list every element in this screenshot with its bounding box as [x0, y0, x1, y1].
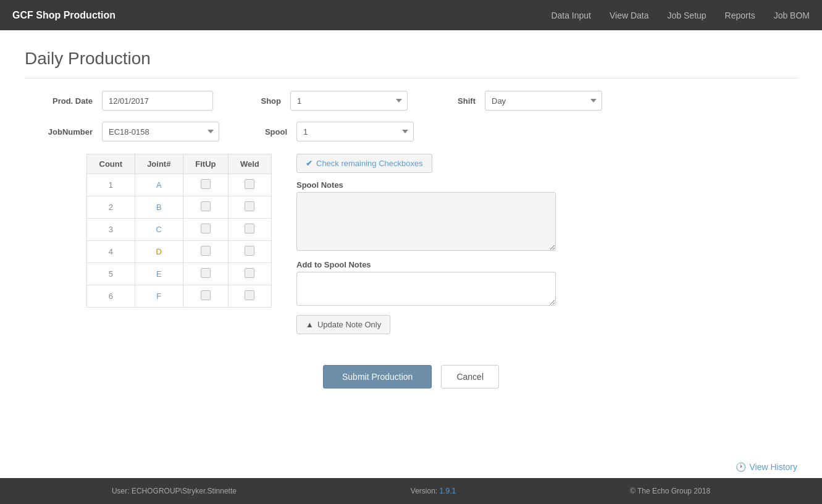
nav-job-setup[interactable]: Job Setup	[668, 10, 707, 20]
add-notes-group: Add to Spool Notes	[296, 260, 556, 308]
fitup-checkbox-3[interactable]	[201, 224, 211, 233]
form-row-2: JobNumber EC18-0158 Spool 1	[25, 122, 797, 141]
view-history-row: 🕐 View History	[0, 456, 822, 478]
bottom-buttons: Submit Production Cancel	[25, 365, 797, 388]
col-weld: Weld	[228, 154, 271, 174]
weld-checkbox-4[interactable]	[245, 246, 254, 256]
fitup-checkbox-1[interactable]	[201, 179, 211, 189]
joint-E: E	[135, 263, 183, 285]
joints-table-container: Count Joint# FitUp Weld 1 A 2	[86, 154, 272, 334]
table-row: 5 E	[87, 263, 272, 285]
fitup-5	[183, 263, 228, 285]
joint-A: A	[135, 174, 183, 196]
history-icon: 🕐	[736, 462, 746, 472]
table-row: 2 B	[87, 196, 272, 219]
spool-select[interactable]: 1	[296, 122, 414, 141]
weld-checkbox-3[interactable]	[245, 224, 254, 233]
spool-notes-group: Spool Notes	[296, 180, 556, 253]
fitup-4	[183, 241, 228, 263]
footer-copyright: © The Echo Group 2018	[630, 487, 710, 495]
count-5: 5	[87, 263, 135, 285]
app-header: GCF Shop Production Data Input View Data…	[0, 0, 822, 30]
update-note-button[interactable]: ▲ Update Note Only	[296, 315, 390, 334]
nav-job-bom[interactable]: Job BOM	[774, 10, 810, 20]
table-row: 3 C	[87, 219, 272, 241]
count-3: 3	[87, 219, 135, 241]
joints-table: Count Joint# FitUp Weld 1 A 2	[86, 154, 272, 308]
prod-date-label: Prod. Date	[25, 96, 93, 106]
check-remaining-button[interactable]: ✔ Check remaining Checkboxes	[296, 154, 432, 173]
footer-user: User: ECHOGROUP\Stryker.Stinnette	[112, 487, 237, 495]
job-number-select[interactable]: EC18-0158	[102, 122, 219, 141]
fitup-checkbox-6[interactable]	[201, 290, 211, 300]
fitup-checkbox-2[interactable]	[201, 201, 211, 211]
brand-label: GCF Shop Production	[12, 10, 115, 21]
weld-3	[228, 219, 271, 241]
weld-checkbox-2[interactable]	[245, 201, 254, 211]
prod-date-input[interactable]	[102, 91, 213, 111]
col-count: Count	[87, 154, 135, 174]
fitup-2	[183, 196, 228, 219]
version-number: 1.9.1	[440, 487, 456, 495]
form-row-1: Prod. Date Shop 1 Shift Day	[25, 91, 797, 111]
submit-production-button[interactable]: Submit Production	[323, 365, 432, 388]
fitup-1	[183, 174, 228, 196]
upload-arrow-icon: ▲	[306, 320, 314, 329]
update-note-label: Update Note Only	[317, 320, 381, 329]
main-nav: Data Input View Data Job Setup Reports J…	[551, 10, 810, 20]
nav-data-input[interactable]: Data Input	[551, 10, 591, 20]
shop-label: Shop	[250, 96, 281, 106]
shift-select[interactable]: Day	[485, 91, 602, 111]
count-6: 6	[87, 285, 135, 308]
table-row: 6 F	[87, 285, 272, 308]
add-notes-label: Add to Spool Notes	[296, 260, 556, 269]
check-remaining-label: Check remaining Checkboxes	[316, 159, 423, 168]
shop-select[interactable]: 1	[290, 91, 408, 111]
joint-B: B	[135, 196, 183, 219]
spool-notes-label: Spool Notes	[296, 180, 556, 190]
version-prefix-text: Version:	[411, 487, 440, 495]
shift-label: Shift	[445, 96, 476, 106]
add-notes-textarea[interactable]	[296, 272, 556, 306]
joint-D: D	[135, 241, 183, 263]
fitup-6	[183, 285, 228, 308]
table-row: 1 A	[87, 174, 272, 196]
count-2: 2	[87, 196, 135, 219]
col-fitup: FitUp	[183, 154, 228, 174]
cancel-button[interactable]: Cancel	[441, 365, 499, 388]
job-number-label: JobNumber	[25, 127, 93, 136]
joint-C: C	[135, 219, 183, 241]
checkmark-icon: ✔	[306, 159, 312, 168]
body-section: Count Joint# FitUp Weld 1 A 2	[86, 154, 797, 334]
table-row: 4 D	[87, 241, 272, 263]
right-panel: ✔ Check remaining Checkboxes Spool Notes…	[296, 154, 556, 334]
nav-view-data[interactable]: View Data	[610, 10, 649, 20]
joint-F: F	[135, 285, 183, 308]
fitup-3	[183, 219, 228, 241]
view-history-label: View History	[749, 462, 797, 472]
weld-2	[228, 196, 271, 219]
spool-label: Spool	[256, 127, 287, 136]
fitup-checkbox-5[interactable]	[201, 268, 211, 278]
main-content: Daily Production Prod. Date Shop 1 Shift…	[0, 30, 822, 456]
weld-6	[228, 285, 271, 308]
count-1: 1	[87, 174, 135, 196]
view-history-link[interactable]: 🕐 View History	[736, 462, 797, 472]
page-title: Daily Production	[25, 49, 797, 78]
col-joint: Joint#	[135, 154, 183, 174]
weld-checkbox-6[interactable]	[245, 290, 254, 300]
weld-checkbox-5[interactable]	[245, 268, 254, 278]
form-section: Prod. Date Shop 1 Shift Day JobNumber	[25, 91, 797, 141]
spool-notes-textarea[interactable]	[296, 192, 556, 251]
count-4: 4	[87, 241, 135, 263]
weld-checkbox-1[interactable]	[245, 179, 254, 189]
weld-1	[228, 174, 271, 196]
footer-version: Version: 1.9.1	[411, 487, 456, 495]
nav-reports[interactable]: Reports	[725, 10, 755, 20]
fitup-checkbox-4[interactable]	[201, 246, 211, 256]
weld-4	[228, 241, 271, 263]
app-footer: User: ECHOGROUP\Stryker.Stinnette Versio…	[0, 478, 822, 504]
weld-5	[228, 263, 271, 285]
